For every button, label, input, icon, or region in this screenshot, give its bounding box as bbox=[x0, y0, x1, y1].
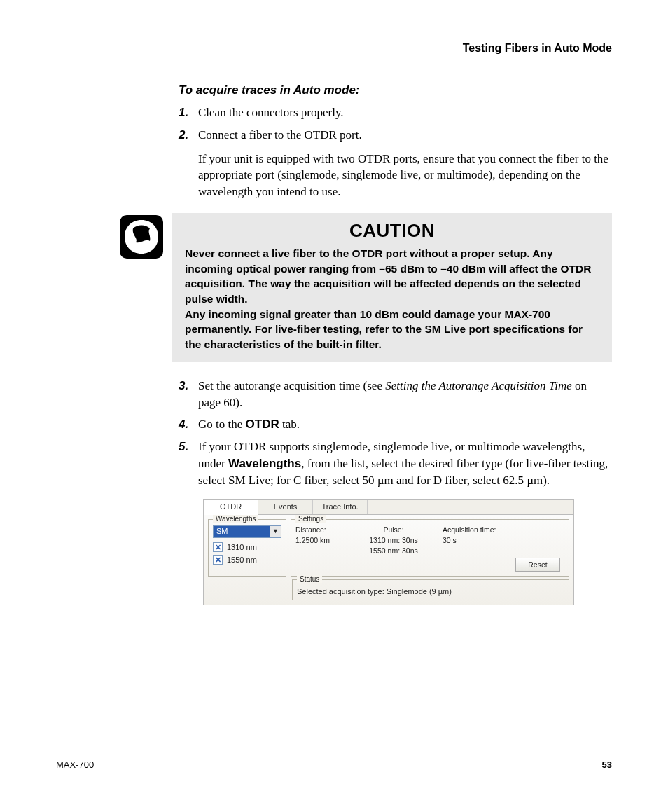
ui-reference: Wavelengths bbox=[228, 457, 301, 470]
wavelengths-legend: Wavelengths bbox=[213, 515, 258, 523]
caution-icon bbox=[119, 214, 164, 259]
distance-value: 1.2500 km bbox=[295, 536, 345, 544]
settings-group: Settings Distance: Pulse: Acquisition ti… bbox=[291, 519, 569, 577]
settings-legend: Settings bbox=[295, 515, 326, 523]
wavelength-option[interactable]: ✕ 1550 nm bbox=[213, 555, 281, 565]
acquisition-time-label: Acquisition time: bbox=[443, 525, 527, 534]
step-paragraph: If your unit is equipped with two OTDR p… bbox=[198, 151, 612, 200]
page-footer: MAX-700 53 bbox=[56, 759, 612, 770]
caution-block: CAUTION Never connect a live fiber to th… bbox=[119, 213, 612, 362]
step-text: If your OTDR supports singlemode, single… bbox=[198, 439, 612, 488]
checkbox-checked-icon[interactable]: ✕ bbox=[213, 555, 223, 565]
tab-otdr[interactable]: OTDR bbox=[204, 500, 258, 515]
status-legend: Status bbox=[297, 575, 322, 583]
wavelengths-group: Wavelengths SM ▼ ✕ 1310 nm ✕ 1550 nm bbox=[208, 519, 286, 577]
footer-page-number: 53 bbox=[602, 759, 612, 770]
status-text: Selected acquisition type: Singlemode (9… bbox=[297, 586, 564, 596]
pulse-value: 1310 nm: 30ns bbox=[345, 536, 443, 544]
pulse-value: 1550 nm: 30ns bbox=[345, 546, 443, 555]
procedure-subhead: To acquire traces in Auto mode: bbox=[179, 83, 612, 97]
step-number: 4. bbox=[179, 416, 198, 433]
acquisition-time-value: 30 s bbox=[443, 536, 527, 544]
wavelength-label: 1310 nm bbox=[227, 543, 257, 551]
tab-trace-info[interactable]: Trace Info. bbox=[313, 500, 368, 514]
chevron-down-icon[interactable]: ▼ bbox=[270, 526, 281, 537]
footer-model: MAX-700 bbox=[56, 759, 94, 770]
tab-bar: OTDR Events Trace Info. bbox=[204, 500, 573, 515]
reset-button[interactable]: Reset bbox=[515, 558, 560, 572]
step-4: 4. Go to the OTDR tab. bbox=[179, 416, 612, 433]
step-number: 2. bbox=[179, 127, 198, 200]
fiber-type-dropdown[interactable]: SM ▼ bbox=[213, 525, 281, 538]
step-number: 5. bbox=[179, 439, 198, 488]
step-5: 5. If your OTDR supports singlemode, sin… bbox=[179, 439, 612, 488]
step-text: Go to the OTDR tab. bbox=[198, 416, 612, 433]
step-text: Set the autorange acquisition time (see … bbox=[198, 378, 612, 411]
cross-reference: Setting the Autorange Acquisition Time bbox=[385, 379, 572, 392]
step-text: Clean the connectors properly. bbox=[198, 104, 612, 121]
caution-title: CAUTION bbox=[185, 220, 599, 242]
caution-paragraph: Any incoming signal greater than 10 dBm … bbox=[185, 307, 599, 352]
dropdown-value: SM bbox=[214, 526, 270, 537]
header-rule bbox=[322, 62, 612, 62]
ui-reference: OTDR bbox=[246, 418, 279, 431]
wavelength-option[interactable]: ✕ 1310 nm bbox=[213, 542, 281, 552]
step-3: 3. Set the autorange acquisition time (s… bbox=[179, 378, 612, 411]
step-text: Connect a fiber to the OTDR port. bbox=[198, 127, 612, 144]
distance-label: Distance: bbox=[295, 525, 345, 534]
step-1: 1. Clean the connectors properly. bbox=[179, 104, 612, 121]
step-number: 1. bbox=[179, 104, 198, 121]
caution-paragraph: Never connect a live fiber to the OTDR p… bbox=[185, 246, 599, 307]
wavelength-label: 1550 nm bbox=[227, 556, 257, 564]
page-header-title: Testing Fibers in Auto Mode bbox=[56, 42, 612, 55]
step-2: 2. Connect a fiber to the OTDR port. If … bbox=[179, 127, 612, 200]
pulse-label: Pulse: bbox=[345, 525, 443, 534]
checkbox-checked-icon[interactable]: ✕ bbox=[213, 542, 223, 552]
otdr-panel: OTDR Events Trace Info. Wavelengths SM ▼… bbox=[203, 499, 574, 605]
step-number: 3. bbox=[179, 378, 198, 411]
tab-events[interactable]: Events bbox=[258, 500, 313, 514]
status-group: Status Selected acquisition type: Single… bbox=[292, 579, 569, 600]
